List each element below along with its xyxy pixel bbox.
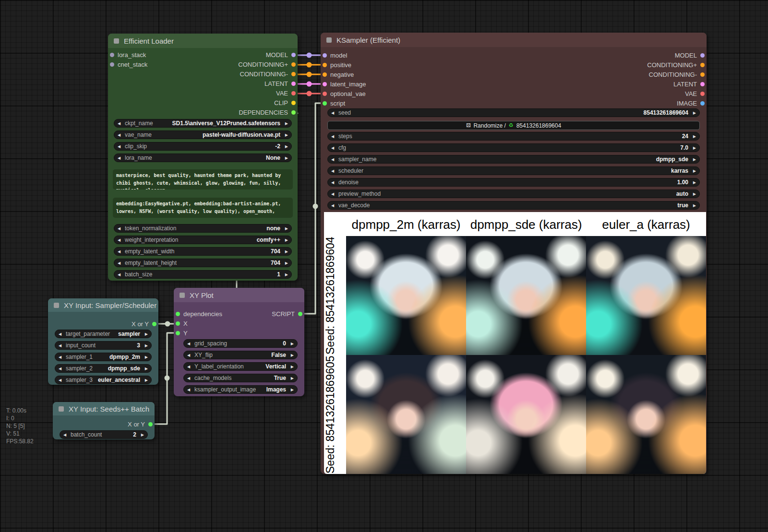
node-titlebar[interactable]: XY Input: Seeds++ Batch [53,402,155,415]
port-x[interactable] [176,321,180,326]
decrement-arrow-icon[interactable]: ◀ [118,272,124,277]
increment-arrow-icon[interactable]: ▶ [288,365,294,369]
widget-scheduler[interactable]: ◀schedulerkarras▶ [327,166,700,175]
widget-clip-skip[interactable]: ◀clip_skip-2▶ [114,142,292,151]
decrement-arrow-icon[interactable]: ◀ [187,353,193,357]
decrement-arrow-icon[interactable]: ◀ [118,238,124,242]
node-titlebar[interactable]: XY Plot [174,288,304,302]
widget-grid-spacing[interactable]: ◀grid_spacing0▶ [183,339,298,348]
widget-ckpt-name[interactable]: ◀ckpt_nameSD1.5\aniverse_V12Pruned.safet… [114,119,292,128]
port-script[interactable] [298,312,302,316]
port-latent-image[interactable] [323,82,327,86]
port-y[interactable] [176,331,180,335]
widget-sampler-3[interactable]: ◀sampler_3euler_ancestral▶ [55,376,152,384]
widget-seed[interactable]: ◀seed85413261869604▶ [327,108,700,117]
randomize-control[interactable]: ⚄ Randomize / ♻ 85413261869604 [327,121,700,130]
widget-cache-models[interactable]: ◀cache_modelsTrue▶ [183,374,298,382]
port-latent[interactable] [291,82,296,86]
increment-arrow-icon[interactable]: ▶ [142,343,148,348]
port-script[interactable] [323,101,327,106]
port-dependencies[interactable] [291,110,296,115]
widget-sampler-name[interactable]: ◀sampler_namedpmpp_sde▶ [327,155,700,164]
collapse-icon[interactable] [326,37,332,43]
increment-arrow-icon[interactable]: ▶ [690,169,696,173]
port-conditioning-[interactable] [291,72,296,76]
negative-prompt-textbox[interactable]: embedding:EasyNegative.pt, embedding:bad… [113,198,293,218]
decrement-arrow-icon[interactable]: ◀ [63,433,70,437]
collapse-icon[interactable] [180,293,185,298]
increment-arrow-icon[interactable]: ▶ [282,121,288,126]
collapse-icon[interactable] [54,303,59,308]
widget-batch-size[interactable]: ◀batch_size1▶ [114,270,292,279]
increment-arrow-icon[interactable]: ▶ [690,146,696,150]
widget-empty-latent-width[interactable]: ◀empty_latent_width704▶ [114,247,292,256]
increment-arrow-icon[interactable]: ▶ [142,378,148,382]
increment-arrow-icon[interactable]: ▶ [282,238,288,242]
port-vae[interactable] [700,92,705,96]
increment-arrow-icon[interactable]: ▶ [690,180,696,185]
decrement-arrow-icon[interactable]: ◀ [59,378,65,382]
widget-sampler-1[interactable]: ◀sampler_1dpmpp_2m▶ [55,353,152,361]
increment-arrow-icon[interactable]: ▶ [282,226,288,231]
decrement-arrow-icon[interactable]: ◀ [59,332,65,336]
decrement-arrow-icon[interactable]: ◀ [118,261,124,265]
increment-arrow-icon[interactable]: ▶ [690,192,696,196]
port-conditioningplus[interactable] [291,62,296,67]
port-lora-stack[interactable] [110,53,114,57]
widget-empty-latent-height[interactable]: ◀empty_latent_height704▶ [114,259,292,267]
decrement-arrow-icon[interactable]: ◀ [187,388,193,392]
node-titlebar[interactable]: Efficient Loader [108,34,298,48]
decrement-arrow-icon[interactable]: ◀ [118,249,124,254]
decrement-arrow-icon[interactable]: ◀ [331,180,337,185]
decrement-arrow-icon[interactable]: ◀ [331,157,337,162]
widget-batch-count[interactable]: ◀batch_count2▶ [60,430,148,439]
node-titlebar[interactable]: KSampler (Efficient) [321,33,707,47]
decrement-arrow-icon[interactable]: ◀ [118,133,124,137]
widget-input-count[interactable]: ◀input_count3▶ [55,341,152,350]
decrement-arrow-icon[interactable]: ◀ [331,169,337,173]
widget-target-parameter[interactable]: ◀target_parametersampler▶ [55,330,152,338]
port-positive[interactable] [323,63,327,67]
increment-arrow-icon[interactable]: ▶ [282,272,288,277]
positive-prompt-textbox[interactable]: masterpiece, best quality, haunted theme… [113,169,293,189]
increment-arrow-icon[interactable]: ▶ [142,355,148,359]
decrement-arrow-icon[interactable]: ◀ [187,376,193,380]
comfyui-canvas[interactable]: Efficient Loader lora_stackMODELcnet_sta… [0,0,768,532]
increment-arrow-icon[interactable]: ▶ [690,134,696,139]
decrement-arrow-icon[interactable]: ◀ [331,134,337,139]
port-model[interactable] [291,53,296,57]
decrement-arrow-icon[interactable]: ◀ [187,342,193,346]
widget-xy-flip[interactable]: ◀XY_flipFalse▶ [183,351,298,359]
increment-arrow-icon[interactable]: ▶ [690,203,696,208]
widget-preview-method[interactable]: ◀preview_methodauto▶ [327,189,700,198]
port-image[interactable] [700,101,705,106]
increment-arrow-icon[interactable]: ▶ [282,156,288,160]
increment-arrow-icon[interactable]: ▶ [282,261,288,265]
widget-cfg[interactable]: ◀cfg7.0▶ [327,143,700,152]
decrement-arrow-icon[interactable]: ◀ [331,203,337,208]
increment-arrow-icon[interactable]: ▶ [288,342,294,346]
decrement-arrow-icon[interactable]: ◀ [118,121,124,126]
widget-denoise[interactable]: ◀denoise1.00▶ [327,178,700,187]
widget-steps[interactable]: ◀steps24▶ [327,132,700,141]
port-model[interactable] [323,53,327,58]
decrement-arrow-icon[interactable]: ◀ [187,365,193,369]
widget-vae-decode[interactable]: ◀vae_decodetrue▶ [327,201,700,210]
decrement-arrow-icon[interactable]: ◀ [59,343,65,348]
increment-arrow-icon[interactable]: ▶ [288,376,294,380]
increment-arrow-icon[interactable]: ▶ [138,433,144,437]
port-x-or-y[interactable] [148,422,153,426]
decrement-arrow-icon[interactable]: ◀ [118,156,124,160]
collapse-icon[interactable] [114,38,119,44]
widget-vae-name[interactable]: ◀vae_namepastel-waifu-diffusion.vae.pt▶ [114,130,292,139]
widget-token-normalization[interactable]: ◀token_normalizationnone▶ [114,224,292,233]
port-latent[interactable] [700,82,705,86]
decrement-arrow-icon[interactable]: ◀ [331,146,337,150]
port-dependencies[interactable] [176,312,180,316]
decrement-arrow-icon[interactable]: ◀ [59,366,65,371]
port-conditioningplus[interactable] [700,63,705,67]
port-clip[interactable] [291,101,296,105]
widget-y-label-orientation[interactable]: ◀Y_label_orientationVertical▶ [183,362,298,371]
increment-arrow-icon[interactable]: ▶ [142,366,148,371]
widget-ksampler-output-image[interactable]: ◀ksampler_output_imageImages▶ [183,385,298,394]
